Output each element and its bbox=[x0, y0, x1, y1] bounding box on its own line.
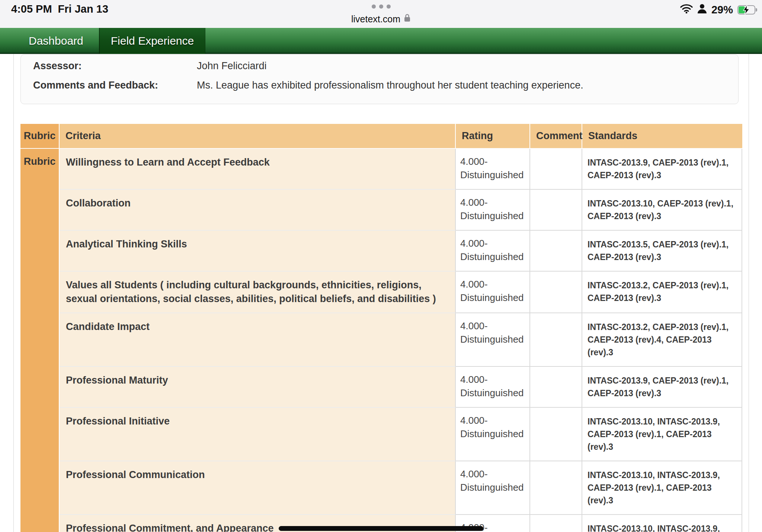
rating-cell: 4.000- Distuinguished bbox=[456, 408, 530, 461]
header-standards: Standards bbox=[582, 124, 742, 149]
rating-level: Distuinguished bbox=[460, 250, 525, 263]
status-bar: 4:05 PM Fri Jan 13 livetext.com bbox=[0, 0, 762, 28]
rating-value: 4.000- bbox=[460, 237, 525, 250]
rating-level: Distuinguished bbox=[460, 386, 525, 400]
ellipsis-icon[interactable] bbox=[0, 4, 762, 9]
rating-cell: 4.000- Distuinguished bbox=[456, 461, 530, 515]
criteria-cell: Professional Communication bbox=[60, 461, 456, 515]
comment-cell bbox=[530, 408, 582, 461]
rating-cell: 4.000- Distuinguished bbox=[456, 231, 530, 272]
criteria-cell: Professional Initiative bbox=[60, 408, 456, 461]
standards-cell: INTASC-2013.10, INTASC-2013.9, CAEP-2013… bbox=[582, 408, 742, 461]
rating-cell: 4.000- Distuinguished bbox=[456, 313, 530, 367]
rating-cell: 4.000- Distuinguished bbox=[456, 190, 530, 231]
rating-level: Distuinguished bbox=[460, 481, 525, 494]
rubric-span-cell: Rubric bbox=[20, 149, 60, 532]
rating-level: Distuinguished bbox=[460, 168, 525, 182]
rating-cell: 4.000- Distuinguished bbox=[456, 149, 530, 190]
criteria-cell: Analytical Thinking Skills bbox=[60, 231, 456, 272]
criteria-cell: Professional Maturity bbox=[60, 367, 456, 408]
rating-level: Distuinguished bbox=[460, 333, 525, 346]
battery-charging-icon bbox=[737, 5, 755, 15]
comments-value: Ms. League has exhibited professionalism… bbox=[197, 78, 583, 92]
rating-value: 4.000- bbox=[460, 414, 525, 427]
rubric-table: Rubric Criteria Rating Comment Standards… bbox=[20, 124, 742, 532]
comment-cell bbox=[530, 272, 582, 313]
standards-cell: INTASC-2013.2, CAEP-2013 (rev).1, CAEP-2… bbox=[582, 272, 742, 313]
status-indicators: 29% bbox=[680, 2, 755, 17]
table-row: Collaboration 4.000- Distuinguished INTA… bbox=[20, 190, 742, 231]
criteria-cell: Collaboration bbox=[60, 190, 456, 231]
wifi-icon bbox=[680, 4, 693, 16]
tab-dashboard[interactable]: Dashboard bbox=[13, 28, 99, 54]
rating-cell: 4.000- Distuinguished bbox=[456, 272, 530, 313]
standards-cell: INTASC-2013.2, CAEP-2013 (rev).1, CAEP-2… bbox=[582, 313, 742, 367]
person-icon bbox=[697, 3, 707, 16]
rating-level: Distuinguished bbox=[460, 427, 525, 440]
criteria-cell: Candidate Impact bbox=[60, 313, 456, 367]
criteria-cell: Willingness to Learn and Accept Feedback bbox=[60, 149, 456, 190]
tab-field-experience[interactable]: Field Experience bbox=[99, 28, 205, 54]
table-row: Professional Maturity 4.000- Distuinguis… bbox=[20, 367, 742, 408]
rating-value: 4.000- bbox=[460, 155, 525, 168]
comment-cell bbox=[530, 461, 582, 515]
table-row: Candidate Impact 4.000- Distuinguished I… bbox=[20, 313, 742, 367]
comment-cell bbox=[530, 313, 582, 367]
table-row: Professional Initiative 4.000- Distuingu… bbox=[20, 408, 742, 461]
table-row: Professional Communication 4.000- Distui… bbox=[20, 461, 742, 515]
screen: 4:05 PM Fri Jan 13 livetext.com bbox=[0, 0, 762, 532]
criteria-cell: Values all Students ( including cultural… bbox=[60, 272, 456, 313]
rating-cell: 4.000- Distuinguished bbox=[456, 367, 530, 408]
tab-dashboard-label: Dashboard bbox=[29, 35, 83, 47]
comment-cell bbox=[530, 515, 582, 532]
comment-cell bbox=[530, 149, 582, 190]
rating-level: Distuinguished bbox=[460, 209, 525, 222]
tab-field-experience-label: Field Experience bbox=[111, 35, 194, 47]
header-rubric: Rubric bbox=[20, 124, 60, 149]
url-text: livetext.com bbox=[351, 14, 400, 25]
rating-value: 4.000- bbox=[460, 467, 525, 481]
standards-cell: INTASC-2013.5, CAEP-2013 (rev).1, CAEP-2… bbox=[582, 231, 742, 272]
assessment-info-panel: Assessor: John Felicciardi Comments and … bbox=[20, 54, 739, 104]
assessor-row: Assessor: John Felicciardi bbox=[33, 59, 738, 73]
rating-value: 4.000- bbox=[460, 319, 525, 333]
table-header-row: Rubric Criteria Rating Comment Standards bbox=[20, 124, 742, 149]
standards-cell: INTASC-2013.10, CAEP-2013 (rev).1, CAEP-… bbox=[582, 190, 742, 231]
comments-row: Comments and Feedback: Ms. League has ex… bbox=[33, 78, 738, 92]
header-comment: Comment bbox=[530, 124, 582, 149]
lock-icon bbox=[404, 13, 411, 25]
assessor-value: John Felicciardi bbox=[197, 59, 267, 73]
comment-cell bbox=[530, 231, 582, 272]
standards-cell: INTASC-2013.9, CAEP-2013 (rev).1, CAEP-2… bbox=[582, 149, 742, 190]
comment-cell bbox=[530, 367, 582, 408]
comment-cell bbox=[530, 190, 582, 231]
address-bar[interactable]: livetext.com bbox=[0, 13, 762, 25]
header-rating: Rating bbox=[456, 124, 530, 149]
standards-cell: INTASC-2013.9, CAEP-2013 (rev).1, CAEP-2… bbox=[582, 367, 742, 408]
nav-bar: Dashboard Field Experience bbox=[0, 28, 762, 54]
standards-cell: INTASC-2013.10, INTASC-2013.9, CAEP-2013… bbox=[582, 515, 742, 532]
table-row: Rubric Willingness to Learn and Accept F… bbox=[20, 149, 742, 190]
comments-label: Comments and Feedback: bbox=[33, 78, 197, 92]
rating-value: 4.000- bbox=[460, 278, 525, 291]
rating-level: Distuinguished bbox=[460, 291, 525, 304]
battery-percent: 29% bbox=[711, 4, 733, 16]
rating-value: 4.000- bbox=[460, 373, 525, 386]
frame-divider-right bbox=[749, 54, 749, 532]
frame-divider-left bbox=[13, 54, 14, 532]
table-row: Values all Students ( including cultural… bbox=[20, 272, 742, 313]
rating-value: 4.000- bbox=[460, 196, 525, 209]
home-indicator[interactable] bbox=[279, 526, 483, 531]
assessor-label: Assessor: bbox=[33, 59, 197, 73]
table-row: Analytical Thinking Skills 4.000- Distui… bbox=[20, 231, 742, 272]
standards-cell: INTASC-2013.10, INTASC-2013.9, CAEP-2013… bbox=[582, 461, 742, 515]
header-criteria: Criteria bbox=[60, 124, 456, 149]
